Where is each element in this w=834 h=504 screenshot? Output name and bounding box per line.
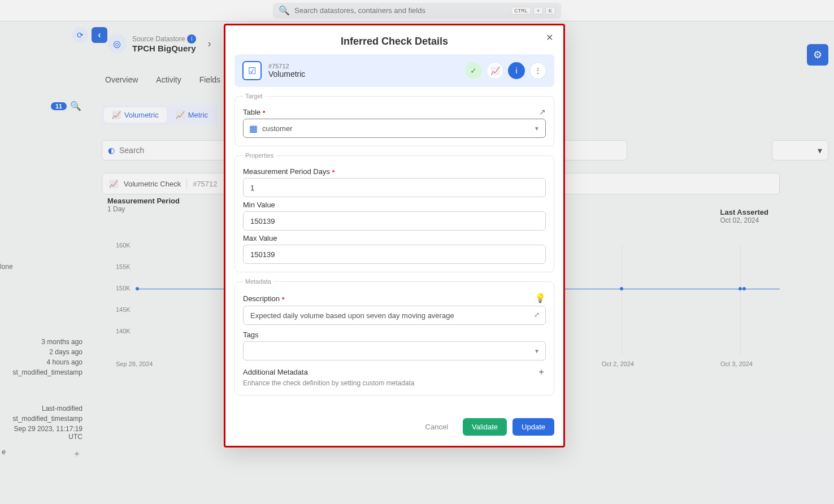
description-label: Description: [243, 294, 280, 303]
open-link-icon[interactable]: ↗: [539, 107, 546, 116]
check-banner: ☑ #75712 Volumetric ✓ 📈 i ⋮: [234, 54, 554, 87]
target-fieldset: Target Table • ↗ ▦ customer ▼: [234, 93, 554, 146]
chart-icon[interactable]: 📈: [486, 62, 503, 79]
modal-title: Inferred Check Details: [341, 36, 448, 47]
cancel-button[interactable]: Cancel: [416, 418, 457, 436]
additional-metadata-label: Additional Metadata: [243, 368, 308, 376]
min-label: Min Value: [243, 201, 275, 209]
chevron-down-icon: ▼: [534, 348, 540, 354]
lightbulb-icon[interactable]: 💡: [535, 293, 546, 303]
check-details-modal: Inferred Check Details ✕ ☑ #75712 Volume…: [224, 24, 565, 447]
update-button[interactable]: Update: [512, 418, 554, 436]
max-input[interactable]: 150139: [243, 245, 546, 264]
mpd-label: Measurement Period Days: [243, 167, 330, 176]
min-input[interactable]: 150139: [243, 211, 546, 231]
properties-legend: Properties: [243, 152, 276, 159]
table-select[interactable]: ▦ customer ▼: [243, 119, 546, 138]
tags-select[interactable]: ▼: [243, 341, 546, 360]
expand-icon[interactable]: ⤢: [534, 311, 540, 319]
more-menu-icon[interactable]: ⋮: [529, 62, 546, 79]
table-label: Table: [243, 108, 260, 116]
description-input[interactable]: Expected daily volume based upon seven d…: [243, 306, 546, 325]
check-name: Volumetric: [268, 69, 305, 79]
table-icon: ▦: [249, 123, 258, 134]
chevron-down-icon: ▼: [534, 125, 540, 132]
add-metadata-icon[interactable]: ＋: [537, 366, 546, 378]
check-id: #75712: [268, 63, 305, 69]
mpd-input[interactable]: 1: [243, 178, 546, 197]
metadata-legend: Metadata: [243, 278, 273, 285]
metadata-fieldset: Metadata Description • 💡 Expected daily …: [234, 278, 554, 396]
additional-metadata-sub: Enhance the check definition by setting …: [243, 379, 546, 387]
validate-button[interactable]: Validate: [463, 418, 507, 436]
info-icon[interactable]: i: [508, 62, 525, 79]
check-type-icon: ☑: [242, 61, 262, 80]
close-icon[interactable]: ✕: [546, 32, 553, 43]
target-legend: Target: [243, 93, 265, 99]
properties-fieldset: Properties Measurement Period Days • 1 M…: [234, 152, 554, 272]
tags-label: Tags: [243, 331, 258, 339]
status-pass-icon[interactable]: ✓: [465, 62, 482, 79]
table-value: customer: [262, 124, 292, 133]
max-label: Max Value: [243, 234, 277, 242]
